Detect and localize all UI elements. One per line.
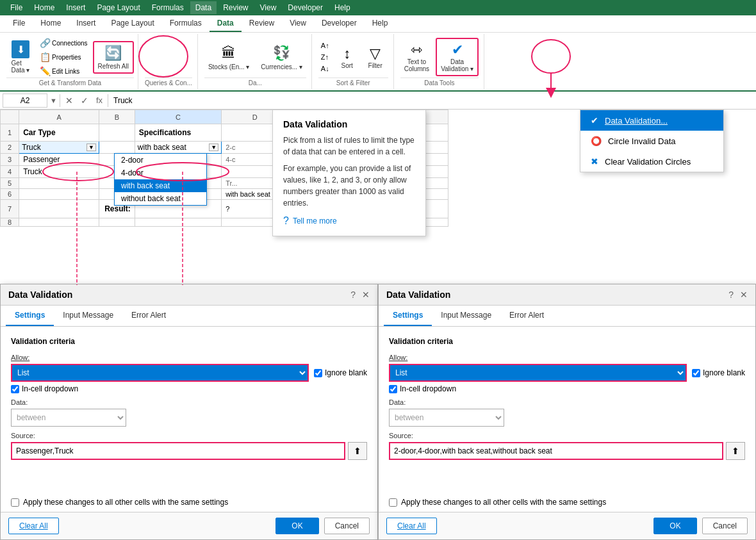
dropdown-item-4door[interactable]: 4-door	[115, 167, 206, 179]
connections-button[interactable]: 🔗 Connections	[37, 37, 90, 49]
apply-changes-checkbox-left[interactable]	[11, 498, 19, 507]
data-select-right[interactable]: between	[389, 409, 504, 427]
menu-formulas[interactable]: Formulas	[147, 1, 189, 14]
dropdown-item-with-back-seat[interactable]: with back seat	[115, 179, 206, 192]
sort-button[interactable]: ↕ Sort	[334, 43, 360, 72]
sort-custom-button[interactable]: A↓	[318, 63, 332, 74]
tab-review[interactable]: Review	[242, 15, 282, 32]
cell-c1[interactable]: Specifications	[135, 124, 221, 142]
cell-b2[interactable]	[99, 142, 135, 154]
col-header-a[interactable]: A	[19, 110, 99, 124]
cell-a8[interactable]	[19, 218, 99, 227]
source-collapse-button-right[interactable]: ⬆	[726, 442, 745, 460]
menu-home[interactable]: Home	[29, 1, 60, 14]
cancel-button-right[interactable]: Cancel	[702, 518, 748, 534]
menu-data[interactable]: Data	[190, 1, 217, 14]
sort-za-button[interactable]: Z↑	[318, 52, 332, 62]
cell-a4[interactable]: Truck	[19, 166, 99, 178]
tab-view[interactable]: View	[282, 15, 314, 32]
ok-button-left[interactable]: OK	[275, 518, 318, 534]
tell-me-more-link[interactable]: Tell me more	[293, 217, 337, 225]
connections-icon: 🔗	[40, 38, 51, 48]
refresh-all-icon: 🔄	[104, 45, 122, 61]
menu-developer[interactable]: Developer	[283, 1, 328, 14]
allow-select-right[interactable]: List Any value	[389, 364, 687, 382]
data-validation-button[interactable]: ✔ DataValidation ▾	[436, 38, 479, 76]
tab-developer[interactable]: Developer	[314, 15, 365, 32]
tab-file[interactable]: File	[5, 15, 33, 32]
get-data-button[interactable]: ⬇ GetData ▾	[6, 38, 35, 76]
sort-custom-icon: A↓	[321, 65, 329, 72]
dropdown-item-2door[interactable]: 2-door	[115, 154, 206, 167]
in-cell-dropdown-checkbox-left[interactable]	[11, 385, 19, 393]
menu-file[interactable]: File	[5, 1, 28, 14]
col-header-b[interactable]: B	[99, 110, 135, 124]
ok-button-right[interactable]: OK	[653, 518, 696, 534]
refresh-all-button[interactable]: 🔄 Refresh All	[93, 41, 134, 74]
currencies-button[interactable]: 💱 Currencies... ▾	[257, 42, 306, 73]
confirm-formula-icon[interactable]: ✓	[78, 95, 91, 106]
cell-c2[interactable]: with back seat ▼	[135, 142, 221, 154]
col-header-c[interactable]: C	[135, 110, 221, 124]
text-to-columns-button[interactable]: ⇿ Text toColumns	[400, 39, 433, 75]
properties-button[interactable]: 📋 Properties	[37, 51, 90, 63]
tab-page-layout[interactable]: Page Layout	[103, 15, 161, 32]
source-input-right[interactable]	[389, 442, 723, 460]
menu-item-data-validation[interactable]: ✔ Data Validation...	[580, 110, 723, 131]
dialog-left-tab-error-alert[interactable]: Error Alert	[122, 306, 175, 326]
menu-review[interactable]: Review	[218, 1, 253, 14]
ignore-blank-checkbox-right[interactable]	[692, 369, 700, 377]
tab-help[interactable]: Help	[365, 15, 396, 32]
dropdown-item-without-back-seat[interactable]: without back seat	[115, 192, 206, 205]
cancel-button-left[interactable]: Cancel	[324, 518, 370, 534]
spec-dropdown[interactable]: 2-door 4-door with back seat without bac…	[114, 153, 207, 206]
allow-select-left[interactable]: List Any value Whole number	[11, 364, 309, 382]
cell-reference-input[interactable]	[3, 94, 47, 108]
edit-links-button[interactable]: ✏️ Edit Links	[37, 65, 90, 78]
menu-item-clear-validation[interactable]: ✖ Clear Validation Circles	[580, 151, 723, 172]
data-select-left[interactable]: between	[11, 409, 126, 427]
ignore-blank-label-right: Ignore blank	[703, 368, 745, 377]
cell-a7[interactable]	[19, 200, 99, 218]
clear-all-button-right[interactable]: Clear All	[386, 518, 437, 534]
sort-az-button[interactable]: A↑	[318, 40, 332, 51]
cell-a5[interactable]	[19, 178, 99, 189]
menu-item-circle-invalid[interactable]: ⭕ Circle Invalid Data	[580, 131, 723, 151]
filter-button[interactable]: ▽ Filter	[363, 43, 388, 72]
menu-insert[interactable]: Insert	[61, 1, 90, 14]
tab-formulas[interactable]: Formulas	[162, 15, 210, 32]
source-input-left[interactable]	[11, 442, 345, 460]
cell-c8[interactable]	[135, 218, 221, 227]
tab-insert[interactable]: Insert	[69, 15, 103, 32]
ignore-blank-checkbox-left[interactable]	[314, 369, 322, 377]
menu-view[interactable]: View	[255, 1, 282, 14]
formula-input[interactable]	[111, 94, 753, 108]
cell-a2[interactable]: Truck ▼	[19, 142, 99, 154]
cell-b8[interactable]	[99, 218, 135, 227]
dialog-right-help-button[interactable]: ?	[728, 290, 734, 300]
ribbon-dropdown-menu: ✔ Data Validation... ⭕ Circle Invalid Da…	[580, 110, 724, 172]
dialog-right-tab-error-alert[interactable]: Error Alert	[500, 306, 553, 326]
insert-function-icon[interactable]: fx	[94, 95, 105, 105]
dialog-left-close-button[interactable]: ✕	[362, 290, 370, 300]
source-collapse-button-left[interactable]: ⬆	[348, 442, 367, 460]
dialog-right-tab-settings[interactable]: Settings	[384, 306, 432, 326]
dialog-right-tab-input-message[interactable]: Input Message	[432, 306, 500, 326]
dialog-right-close-button[interactable]: ✕	[740, 290, 748, 300]
dialog-left-help-button[interactable]: ?	[350, 290, 356, 300]
cell-b1[interactable]	[99, 124, 135, 142]
menu-help[interactable]: Help	[329, 1, 356, 14]
tab-home[interactable]: Home	[33, 15, 69, 32]
in-cell-dropdown-checkbox-right[interactable]	[389, 385, 397, 393]
stocks-button[interactable]: 🏛 Stocks (En... ▾	[204, 42, 253, 73]
cell-a6[interactable]	[19, 189, 99, 200]
dialog-left-tab-settings[interactable]: Settings	[6, 306, 54, 326]
dialog-left-tab-input-message[interactable]: Input Message	[54, 306, 122, 326]
cell-a3[interactable]: Passenger	[19, 154, 99, 166]
cell-a1[interactable]: Car Type	[19, 124, 99, 142]
tab-data[interactable]: Data	[210, 15, 242, 32]
apply-changes-checkbox-right[interactable]	[389, 498, 397, 507]
menu-page-layout[interactable]: Page Layout	[92, 1, 145, 14]
clear-all-button-left[interactable]: Clear All	[8, 518, 59, 534]
cancel-formula-icon[interactable]: ✕	[63, 95, 76, 106]
